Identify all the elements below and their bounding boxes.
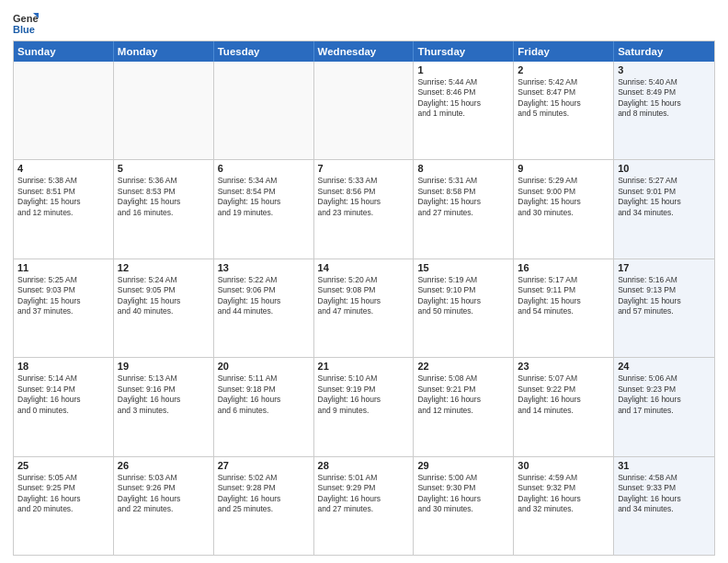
day-number: 4 — [17, 163, 109, 174]
day-number: 15 — [417, 262, 509, 273]
day-number: 22 — [417, 361, 509, 372]
day-cell: 30Sunrise: 4:59 AM Sunset: 9:32 PM Dayli… — [514, 457, 614, 555]
day-cell: 24Sunrise: 5:06 AM Sunset: 9:23 PM Dayli… — [614, 358, 714, 455]
day-cell: 3Sunrise: 5:40 AM Sunset: 8:49 PM Daylig… — [614, 62, 714, 159]
day-info: Sunrise: 5:17 AM Sunset: 9:11 PM Dayligh… — [518, 275, 609, 317]
day-number: 10 — [618, 163, 711, 174]
day-number: 14 — [318, 262, 410, 273]
day-header-friday: Friday — [514, 41, 614, 62]
day-number: 28 — [318, 460, 410, 471]
day-info: Sunrise: 5:40 AM Sunset: 8:49 PM Dayligh… — [618, 77, 711, 120]
day-number: 24 — [618, 361, 711, 372]
day-info: Sunrise: 5:34 AM Sunset: 8:54 PM Dayligh… — [218, 176, 310, 218]
day-header-monday: Monday — [114, 41, 214, 62]
day-cell: 25Sunrise: 5:05 AM Sunset: 9:25 PM Dayli… — [14, 457, 114, 555]
day-cell: 31Sunrise: 4:58 AM Sunset: 9:33 PM Dayli… — [614, 457, 714, 555]
day-number: 2 — [518, 64, 609, 75]
day-info: Sunrise: 5:19 AM Sunset: 9:10 PM Dayligh… — [417, 275, 509, 317]
day-number: 11 — [17, 262, 109, 273]
svg-text:General: General — [13, 13, 39, 24]
day-header-wednesday: Wednesday — [314, 41, 415, 62]
day-number: 20 — [218, 361, 310, 372]
day-cell — [14, 62, 114, 159]
day-cell: 4Sunrise: 5:38 AM Sunset: 8:51 PM Daylig… — [14, 160, 114, 258]
day-headers: SundayMondayTuesdayWednesdayThursdayFrid… — [14, 41, 714, 62]
day-number: 13 — [218, 262, 310, 273]
week-row-1: 1Sunrise: 5:44 AM Sunset: 8:46 PM Daylig… — [14, 62, 714, 159]
day-number: 23 — [518, 361, 609, 372]
day-header-tuesday: Tuesday — [214, 41, 314, 62]
day-cell: 5Sunrise: 5:36 AM Sunset: 8:53 PM Daylig… — [114, 160, 214, 258]
day-info: Sunrise: 5:38 AM Sunset: 8:51 PM Dayligh… — [17, 176, 109, 218]
day-cell: 10Sunrise: 5:27 AM Sunset: 9:01 PM Dayli… — [614, 160, 714, 258]
day-info: Sunrise: 5:02 AM Sunset: 9:28 PM Dayligh… — [218, 473, 310, 515]
week-row-3: 11Sunrise: 5:25 AM Sunset: 9:03 PM Dayli… — [14, 259, 714, 357]
day-info: Sunrise: 4:58 AM Sunset: 9:33 PM Dayligh… — [618, 473, 711, 515]
day-number: 8 — [417, 163, 509, 174]
day-number: 3 — [618, 64, 711, 75]
day-info: Sunrise: 5:14 AM Sunset: 9:14 PM Dayligh… — [17, 373, 109, 416]
header: General Blue — [13, 9, 715, 35]
day-info: Sunrise: 5:42 AM Sunset: 8:47 PM Dayligh… — [518, 77, 609, 120]
day-number: 18 — [17, 361, 109, 372]
day-info: Sunrise: 5:00 AM Sunset: 9:30 PM Dayligh… — [417, 473, 509, 515]
day-cell: 15Sunrise: 5:19 AM Sunset: 9:10 PM Dayli… — [414, 259, 514, 357]
day-cell: 1Sunrise: 5:44 AM Sunset: 8:46 PM Daylig… — [414, 62, 514, 159]
day-info: Sunrise: 5:31 AM Sunset: 8:58 PM Dayligh… — [417, 176, 509, 218]
day-info: Sunrise: 5:22 AM Sunset: 9:06 PM Dayligh… — [218, 275, 310, 317]
day-cell: 2Sunrise: 5:42 AM Sunset: 8:47 PM Daylig… — [514, 62, 614, 159]
day-cell: 21Sunrise: 5:10 AM Sunset: 9:19 PM Dayli… — [314, 358, 415, 455]
day-number: 6 — [218, 163, 310, 174]
logo-icon: General Blue — [13, 9, 39, 35]
day-info: Sunrise: 5:08 AM Sunset: 9:21 PM Dayligh… — [417, 373, 509, 416]
day-cell: 7Sunrise: 5:33 AM Sunset: 8:56 PM Daylig… — [314, 160, 415, 258]
day-info: Sunrise: 5:44 AM Sunset: 8:46 PM Dayligh… — [417, 77, 509, 120]
day-number: 19 — [118, 361, 210, 372]
day-cell: 17Sunrise: 5:16 AM Sunset: 9:13 PM Dayli… — [614, 259, 714, 357]
day-header-thursday: Thursday — [414, 41, 514, 62]
day-info: Sunrise: 5:33 AM Sunset: 8:56 PM Dayligh… — [318, 176, 410, 218]
day-cell: 28Sunrise: 5:01 AM Sunset: 9:29 PM Dayli… — [314, 457, 415, 555]
day-cell: 8Sunrise: 5:31 AM Sunset: 8:58 PM Daylig… — [414, 160, 514, 258]
day-info: Sunrise: 5:25 AM Sunset: 9:03 PM Dayligh… — [17, 275, 109, 317]
day-cell: 22Sunrise: 5:08 AM Sunset: 9:21 PM Dayli… — [414, 358, 514, 455]
day-number: 26 — [118, 460, 210, 471]
day-number: 5 — [118, 163, 210, 174]
day-info: Sunrise: 5:10 AM Sunset: 9:19 PM Dayligh… — [318, 373, 410, 416]
day-cell: 6Sunrise: 5:34 AM Sunset: 8:54 PM Daylig… — [214, 160, 314, 258]
day-info: Sunrise: 5:03 AM Sunset: 9:26 PM Dayligh… — [118, 473, 210, 515]
day-cell: 19Sunrise: 5:13 AM Sunset: 9:16 PM Dayli… — [114, 358, 214, 455]
day-number: 16 — [518, 262, 609, 273]
weeks: 1Sunrise: 5:44 AM Sunset: 8:46 PM Daylig… — [14, 62, 714, 555]
day-info: Sunrise: 5:05 AM Sunset: 9:25 PM Dayligh… — [17, 473, 109, 515]
day-number: 30 — [518, 460, 609, 471]
day-cell: 11Sunrise: 5:25 AM Sunset: 9:03 PM Dayli… — [14, 259, 114, 357]
day-info: Sunrise: 5:27 AM Sunset: 9:01 PM Dayligh… — [618, 176, 711, 218]
week-row-2: 4Sunrise: 5:38 AM Sunset: 8:51 PM Daylig… — [14, 159, 714, 258]
day-number: 1 — [417, 64, 509, 75]
day-info: Sunrise: 5:01 AM Sunset: 9:29 PM Dayligh… — [318, 473, 410, 515]
day-number: 29 — [417, 460, 509, 471]
day-info: Sunrise: 5:07 AM Sunset: 9:22 PM Dayligh… — [518, 373, 609, 416]
day-info: Sunrise: 5:06 AM Sunset: 9:23 PM Dayligh… — [618, 373, 711, 416]
day-number: 12 — [118, 262, 210, 273]
week-row-5: 25Sunrise: 5:05 AM Sunset: 9:25 PM Dayli… — [14, 456, 714, 555]
day-info: Sunrise: 5:36 AM Sunset: 8:53 PM Dayligh… — [118, 176, 210, 218]
day-cell: 9Sunrise: 5:29 AM Sunset: 9:00 PM Daylig… — [514, 160, 614, 258]
day-info: Sunrise: 5:29 AM Sunset: 9:00 PM Dayligh… — [518, 176, 609, 218]
day-number: 31 — [618, 460, 711, 471]
day-cell: 13Sunrise: 5:22 AM Sunset: 9:06 PM Dayli… — [214, 259, 314, 357]
day-cell: 20Sunrise: 5:11 AM Sunset: 9:18 PM Dayli… — [214, 358, 314, 455]
day-number: 17 — [618, 262, 711, 273]
svg-text:Blue: Blue — [13, 24, 35, 35]
day-cell: 14Sunrise: 5:20 AM Sunset: 9:08 PM Dayli… — [314, 259, 415, 357]
day-cell: 18Sunrise: 5:14 AM Sunset: 9:14 PM Dayli… — [14, 358, 114, 455]
day-info: Sunrise: 5:13 AM Sunset: 9:16 PM Dayligh… — [118, 373, 210, 416]
logo: General Blue — [13, 9, 42, 35]
day-cell: 27Sunrise: 5:02 AM Sunset: 9:28 PM Dayli… — [214, 457, 314, 555]
day-cell: 23Sunrise: 5:07 AM Sunset: 9:22 PM Dayli… — [514, 358, 614, 455]
day-number: 27 — [218, 460, 310, 471]
day-cell: 26Sunrise: 5:03 AM Sunset: 9:26 PM Dayli… — [114, 457, 214, 555]
day-cell — [214, 62, 314, 159]
calendar: SundayMondayTuesdayWednesdayThursdayFrid… — [13, 40, 715, 556]
